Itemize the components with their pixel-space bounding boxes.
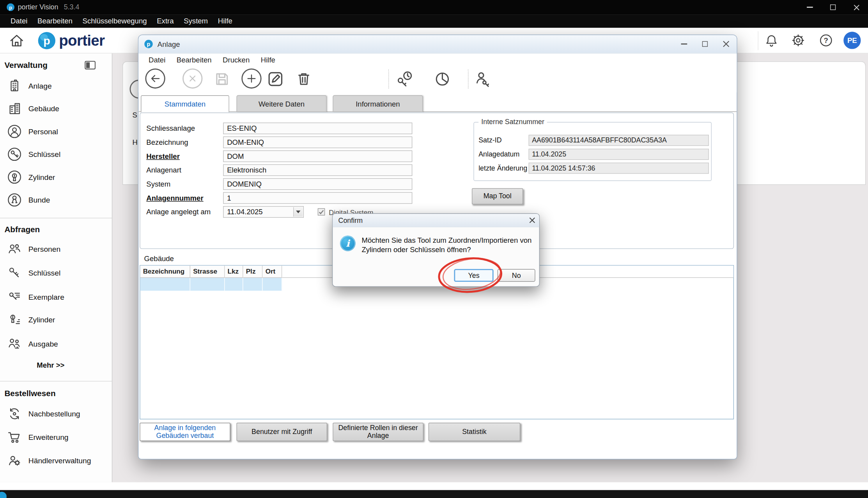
- sidebar-item-ausgabe[interactable]: Ausgabe: [0, 336, 112, 351]
- menu-datei[interactable]: Datei: [5, 14, 32, 28]
- notifications-bell-icon[interactable]: [765, 34, 779, 48]
- tab-stammdaten[interactable]: Stammdaten: [141, 95, 229, 112]
- statistik-button[interactable]: Statistik: [429, 423, 520, 441]
- no-button[interactable]: No: [498, 269, 535, 282]
- bezeichnung-input[interactable]: DOM-ENIQ: [223, 137, 412, 148]
- svg-text:p: p: [147, 41, 151, 47]
- keyring-circle-icon: [7, 192, 22, 208]
- sidebar-item-bunde[interactable]: Bunde: [0, 192, 112, 208]
- app-root: p portier Vision 5.3.4 Datei Bearbeiten …: [0, 0, 868, 498]
- interne-satznummer-group: Interne Satznummer Satz-ID AA6901B643114…: [473, 122, 712, 181]
- anlage-window-titlebar[interactable]: p Anlage: [138, 35, 737, 53]
- sidebar-item-haendlerverwaltung[interactable]: Händlerverwaltung: [0, 453, 112, 468]
- field-label-anlagenart: Anlagenart: [146, 164, 181, 176]
- background-label-fragment: S: [133, 111, 137, 119]
- chevron-down-icon[interactable]: [293, 207, 303, 217]
- menu-bearbeiten[interactable]: Bearbeiten: [32, 14, 77, 28]
- anlagenart-input[interactable]: Elektronisch: [223, 164, 412, 176]
- anlage-in-gebaeuden-button[interactable]: Anlage in folgenden Gebäuden verbaut: [140, 423, 230, 441]
- key-history-icon[interactable]: [395, 69, 415, 89]
- info-icon: i: [340, 236, 356, 251]
- window-minimize-button[interactable]: [673, 35, 694, 53]
- hersteller-input[interactable]: DOM: [223, 150, 412, 162]
- pie-chart-icon[interactable]: [432, 69, 452, 89]
- user-avatar[interactable]: PE: [843, 32, 861, 49]
- anlage-window-title: Anlage: [158, 40, 180, 48]
- field-label-bezeichnung: Bezeichnung: [146, 137, 188, 148]
- window-close-button[interactable]: [716, 35, 737, 53]
- anlage-menu-hilfe[interactable]: Hilfe: [255, 53, 281, 66]
- anlage-angelegt-am-combo[interactable]: 11.04.2025: [223, 206, 304, 218]
- app-title: portier Vision: [18, 4, 58, 11]
- panel-toggle-icon[interactable]: [85, 61, 96, 70]
- anlage-menu-drucken[interactable]: Drucken: [217, 53, 255, 66]
- anlage-window-icon: p: [144, 39, 153, 48]
- yes-button[interactable]: Yes: [454, 269, 493, 282]
- benutzer-mit-zugriff-button[interactable]: Benutzer mit Zugriff: [236, 423, 327, 441]
- column-bezeichnung[interactable]: Bezeichnung: [140, 266, 190, 278]
- cylinder-icon: [7, 312, 22, 327]
- column-plz[interactable]: Plz: [243, 266, 263, 278]
- app-maximize-button[interactable]: [821, 0, 845, 14]
- field-label-anlagennummer[interactable]: Anlagennummer: [146, 192, 203, 204]
- save-icon[interactable]: [212, 69, 232, 89]
- sidebar-item-zylinder[interactable]: Zylinder: [0, 169, 112, 185]
- tab-weitere-daten[interactable]: Weitere Daten: [236, 95, 326, 112]
- home-icon[interactable]: [9, 33, 25, 48]
- sidebar-item-exemplare[interactable]: Exemplare: [0, 289, 112, 305]
- column-lkz[interactable]: Lkz: [225, 266, 243, 278]
- anlage-menu-bearbeiten[interactable]: Bearbeiten: [171, 53, 217, 66]
- system-input[interactable]: DOMENIQ: [223, 178, 412, 190]
- sidebar-item-schluessel[interactable]: Schlüssel: [0, 146, 112, 162]
- sidebar-item-schluessel-abfrage[interactable]: Schlüssel: [0, 265, 112, 281]
- sidebar-more-link[interactable]: Mehr >>: [37, 361, 64, 369]
- anlagennummer-input[interactable]: 1: [223, 192, 412, 204]
- sidebar-item-erweiterung[interactable]: Erweiterung: [0, 429, 112, 445]
- menu-hilfe[interactable]: Hilfe: [213, 14, 237, 28]
- settings-gear-icon[interactable]: [791, 34, 805, 48]
- app-close-button[interactable]: [845, 0, 868, 14]
- delete-icon[interactable]: [294, 69, 314, 89]
- help-icon[interactable]: ?: [819, 34, 833, 48]
- confirm-dialog-titlebar[interactable]: Confirm: [333, 214, 539, 227]
- definierte-rollen-button[interactable]: Definierte Rollen in dieser Anlage: [333, 423, 423, 441]
- anlage-menu-datei[interactable]: Datei: [143, 53, 171, 66]
- menu-extra[interactable]: Extra: [152, 14, 179, 28]
- brand-logo-icon: p: [37, 30, 57, 50]
- menu-system[interactable]: System: [179, 14, 213, 28]
- map-tool-button[interactable]: Map Tool: [472, 188, 523, 204]
- cart-icon: [7, 430, 22, 445]
- cancel-icon[interactable]: [182, 69, 202, 89]
- field-label-system: System: [146, 178, 170, 190]
- key-icon: [7, 265, 22, 281]
- sidebar-item-anlage[interactable]: Anlage: [0, 78, 112, 94]
- window-bottom-strip: [0, 482, 868, 490]
- app-minimize-button[interactable]: [798, 0, 821, 14]
- window-maximize-button[interactable]: [694, 35, 716, 53]
- column-strasse[interactable]: Strasse: [190, 266, 225, 278]
- sidebar-item-personal[interactable]: Personal: [0, 124, 112, 139]
- back-icon[interactable]: [145, 69, 165, 89]
- menu-schluesselbewegung[interactable]: Schlüsselbewegung: [78, 14, 152, 28]
- field-label-anlage-angelegt-am: Anlage angelegt am: [146, 206, 211, 218]
- column-ort[interactable]: Ort: [263, 266, 282, 278]
- sidebar-section-bestellwesen: Bestellwesen: [4, 389, 55, 398]
- dialog-close-icon[interactable]: [525, 214, 539, 227]
- digital-system-checkbox[interactable]: [318, 208, 325, 216]
- sidebar-item-personen[interactable]: Personen: [0, 241, 112, 257]
- schliessanlage-input[interactable]: ES-ENIQ: [223, 123, 412, 134]
- building-icon: [7, 78, 22, 93]
- edit-icon[interactable]: [266, 69, 285, 89]
- table-row-selected[interactable]: [140, 278, 282, 291]
- sidebar-item-zylinder-abfrage[interactable]: Zylinder: [0, 312, 112, 327]
- satz-id-value: AA6901B643114A58AFBFFC80DAC35A3A: [529, 135, 709, 146]
- sidebar-item-nachbestellung[interactable]: Nachbestellung: [0, 406, 112, 422]
- field-label-hersteller[interactable]: Hersteller: [146, 150, 180, 162]
- handover-icon: [7, 336, 22, 351]
- sidebar-divider: [0, 381, 112, 381]
- add-icon[interactable]: [241, 69, 261, 89]
- person-key-icon[interactable]: [472, 69, 492, 89]
- sidebar-item-gebaeude[interactable]: Gebäude: [0, 101, 112, 116]
- svg-text:?: ?: [824, 36, 828, 44]
- tab-informationen[interactable]: Informationen: [333, 95, 423, 112]
